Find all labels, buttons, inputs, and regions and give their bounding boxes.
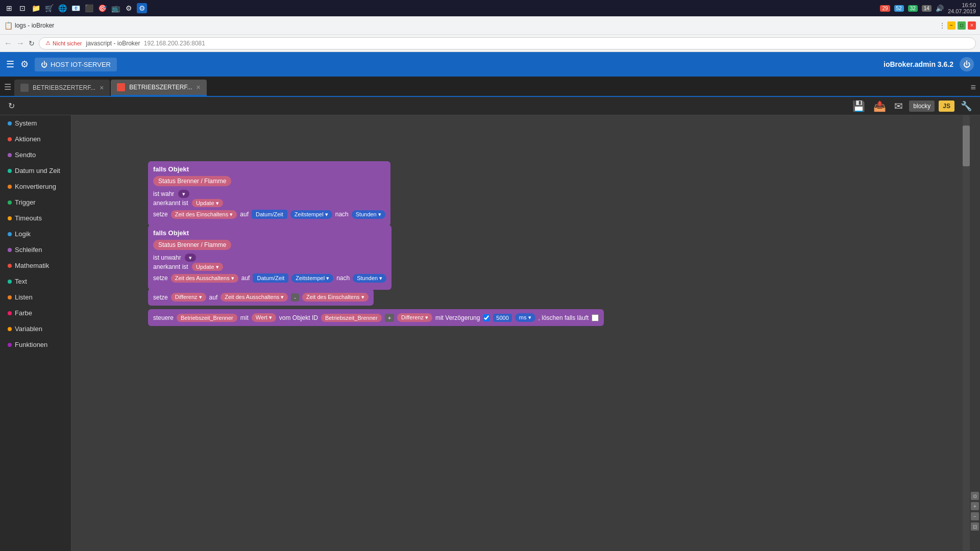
task-icon-4[interactable]: 🌐 <box>57 3 67 13</box>
block4-delay-value[interactable]: 5000 <box>493 314 511 322</box>
blocky-toggle-btn[interactable]: blocky <box>909 101 935 112</box>
task-icon-5[interactable]: 📧 <box>70 3 81 13</box>
sidebar-item-trigger[interactable]: Trigger <box>0 194 71 210</box>
notif-green[interactable]: 32 <box>908 5 918 12</box>
notif-gray[interactable]: 14 <box>922 5 932 12</box>
browser-tab-title[interactable]: 📋 logs - ioBroker <box>4 21 54 30</box>
start-icon[interactable]: ⊞ <box>4 3 14 13</box>
zoom-in-btn[interactable]: + <box>971 502 979 510</box>
refresh-btn[interactable]: ↻ <box>6 99 17 113</box>
block4-delay-checkbox[interactable] <box>483 314 490 321</box>
address-input[interactable]: ⚠ Nicht sicher javascript - ioBroker 192… <box>39 37 976 49</box>
browser-minimize-btn[interactable]: − <box>947 21 955 30</box>
sidebar-item-mathematik[interactable]: Mathematik <box>0 258 71 273</box>
block4-ms-pill[interactable]: ms ▾ <box>515 313 535 322</box>
sidebar-toggle-icon[interactable]: ☰ <box>4 82 11 92</box>
tab-bar: ☰ BETRIEBSZERTERF... × BETRIEBSZERTERF..… <box>0 77 980 97</box>
block2-stunden-pill[interactable]: Stunden ▾ <box>353 274 386 283</box>
sidebar-label-mathematik: Mathematik <box>15 262 49 269</box>
sidebar-item-farbe[interactable]: Farbe <box>0 305 71 321</box>
save-file-btn[interactable]: 💾 <box>850 98 867 114</box>
notif-blue[interactable]: 52 <box>894 5 904 12</box>
block1-datum-pill[interactable]: Datum/Zeit <box>252 210 287 219</box>
sidebar-item-datum[interactable]: Datum und Zeit <box>0 163 71 179</box>
settings-btn[interactable]: 🔧 <box>959 98 974 114</box>
sidebar-item-schleifen[interactable]: Schleifen <box>0 242 71 258</box>
task-icon-6[interactable]: ⬛ <box>84 3 94 13</box>
sidebar-item-konvertierung[interactable]: Konvertierung <box>0 179 71 194</box>
block3-time-aus-pill[interactable]: Zeit des Ausschaltens ▾ <box>220 293 288 302</box>
sidebar-item-text[interactable]: Text <box>0 273 71 289</box>
browser-close-btn[interactable]: × <box>968 21 976 30</box>
js-toggle-btn[interactable]: JS <box>939 101 954 112</box>
task-icon-7[interactable]: 🎯 <box>97 3 107 13</box>
sidebar-item-funktionen[interactable]: Funktionen <box>0 337 71 353</box>
tab-close-1[interactable]: × <box>196 83 200 91</box>
hamburger-menu-btn[interactable]: ☰ <box>6 59 14 70</box>
nav-forward-btn[interactable]: → <box>16 39 24 48</box>
zoom-reset-btn[interactable]: ⊙ <box>971 492 979 500</box>
block2-time-aus-pill[interactable]: Zeit des Ausschaltens ▾ <box>171 274 238 283</box>
block4-loschen-checkbox[interactable] <box>592 314 599 321</box>
task-icon-8[interactable]: 📺 <box>110 3 120 13</box>
block4-plus-operator[interactable]: + <box>385 314 394 322</box>
email-btn[interactable]: ✉ <box>892 98 905 114</box>
sidebar-item-aktionen[interactable]: Aktionen <box>0 131 71 147</box>
task-icon-active[interactable]: ⚙ <box>137 3 147 13</box>
sidebar-item-sendto[interactable]: Sendto <box>0 147 71 163</box>
block1-time-ein-pill[interactable]: Zeit des Einschaltens ▾ <box>171 210 237 219</box>
task-icon-3[interactable]: 🛒 <box>44 3 54 13</box>
browser-maximize-btn[interactable]: □ <box>958 21 966 30</box>
block4-loschen-label: , löschen falls läuft <box>538 314 589 321</box>
block1-stunden-pill[interactable]: Stunden ▾ <box>352 210 385 219</box>
tab-close-0[interactable]: × <box>100 84 104 92</box>
block1-update-pill[interactable]: Update ▾ <box>192 199 223 207</box>
block3-time-ein-pill[interactable]: Zeit des Einschaltens ▾ <box>302 293 369 302</box>
block3-differenz-pill[interactable]: Differenz ▾ <box>171 293 206 302</box>
tab-1[interactable]: BETRIEBSZERTERF... × <box>111 80 206 96</box>
tab-0[interactable]: BETRIEBSZERTERF... × <box>14 80 110 96</box>
block2-condition-pill[interactable]: ▾ <box>185 254 196 262</box>
block1-condition-pill[interactable]: ▾ <box>178 190 189 198</box>
block2-object[interactable]: Status Brenner / Flamme <box>153 240 231 250</box>
sidebar-item-system[interactable]: System <box>0 115 71 131</box>
block4-vom-label: vom Objekt ID <box>279 314 318 321</box>
block-group-4[interactable]: steuere Betriebszeit_Brenner mit Wert ▾ … <box>148 309 604 326</box>
task-icon-9[interactable]: ⚙ <box>124 3 134 13</box>
block-group-1[interactable]: falls Objekt Status Brenner / Flamme ist… <box>148 161 390 226</box>
fit-view-btn[interactable]: ⊡ <box>971 522 979 531</box>
tab-more-icon[interactable]: ≡ <box>970 82 976 93</box>
block3-auf-label: auf <box>209 294 218 301</box>
volume-icon[interactable]: 🔊 <box>936 5 944 12</box>
nav-back-btn[interactable]: ← <box>4 39 12 48</box>
block2-zeitstempel-pill[interactable]: Zeitstempel ▾ <box>291 274 333 283</box>
sidebar-item-variablen[interactable]: Variablen <box>0 321 71 337</box>
sidebar-item-timeouts[interactable]: Timeouts <box>0 210 71 226</box>
zoom-out-btn[interactable]: − <box>971 512 979 520</box>
gear-icon[interactable]: ⚙ <box>20 59 29 70</box>
task-icon-1[interactable]: ⊡ <box>17 3 28 13</box>
block-group-3[interactable]: setze Differenz ▾ auf Zeit des Ausschalt… <box>148 289 374 306</box>
notif-red[interactable]: 29 <box>880 5 890 12</box>
block4-wert-pill[interactable]: Wert ▾ <box>252 313 276 322</box>
canvas-vertical-scrollbar[interactable] <box>963 115 970 551</box>
host-button[interactable]: ⏻ HOST IOT-SERVER <box>35 58 117 71</box>
block-group-2[interactable]: falls Objekt Status Brenner / Flamme ist… <box>148 225 391 290</box>
variablen-dot <box>8 327 12 331</box>
block1-object[interactable]: Status Brenner / Flamme <box>153 176 231 186</box>
header-power-btn[interactable]: ⏻ <box>960 57 974 71</box>
canvas-zoom-controls: ⊙ + − ⊡ <box>970 115 980 551</box>
export-btn[interactable]: 📤 <box>871 98 888 114</box>
task-icon-2[interactable]: 📁 <box>31 3 41 13</box>
block2-update-pill[interactable]: Update ▾ <box>192 263 223 271</box>
canvas-vscroll-thumb[interactable] <box>963 126 970 166</box>
sidebar-item-logik[interactable]: Logik <box>0 226 71 242</box>
block4-object-pill[interactable]: Betriebszeit_Brenner <box>177 314 237 322</box>
block1-zeitstempel-pill[interactable]: Zeitstempel ▾ <box>290 210 332 219</box>
nav-refresh-btn[interactable]: ↻ <box>29 39 35 47</box>
sidebar-item-listen[interactable]: Listen <box>0 289 71 305</box>
block3-minus-operator[interactable]: - <box>291 293 299 302</box>
block4-differenz-pill[interactable]: Differenz ▾ <box>397 313 432 322</box>
block4-object2-pill[interactable]: Betriebszeit_Brenner <box>321 314 382 322</box>
block2-datum-pill[interactable]: Datum/Zeit <box>253 273 288 283</box>
